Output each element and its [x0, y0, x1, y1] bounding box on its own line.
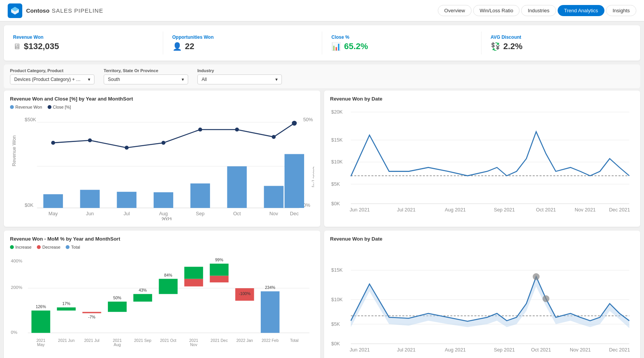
logo: [8, 3, 22, 18]
svg-text:May: May: [37, 343, 45, 347]
dot-oct: [235, 128, 239, 132]
svg-text:-100%: -100%: [239, 291, 250, 295]
kpi-avg-discount: AVG Discount 💱 2.2%: [482, 31, 641, 54]
bar-dec-green: [210, 264, 228, 276]
kpi-revenue-icon: 🖥: [13, 42, 21, 51]
svg-text:$10K: $10K: [331, 297, 343, 302]
filters-bar: Product Category, Product Devices (Produ…: [4, 64, 640, 88]
svg-text:Aug: Aug: [114, 343, 121, 347]
svg-text:2021: 2021: [113, 338, 122, 343]
bar-dec: [285, 154, 304, 208]
bar-may-mom: [31, 310, 50, 333]
bar-jul-mom: [83, 312, 101, 313]
filter-territory-select[interactable]: South ▾: [104, 74, 188, 84]
nav-insights[interactable]: Insights: [606, 5, 636, 16]
chart3-svg: 400% 200% 0% 126% 17% -7% 50% 43%: [10, 252, 314, 355]
filter-territory-chevron: ▾: [182, 77, 184, 82]
chart-revenue-date-1: Revenue Won by Date $20K $15K $10K $5K $…: [324, 91, 641, 227]
filter-product-select[interactable]: Devices (Product Category) + E-reader Pl…: [10, 74, 94, 84]
chart4-svg: $15K $10K $5K $0K Jun 2021 Jul 2021 Aug …: [330, 245, 634, 358]
nav-overview[interactable]: Overview: [438, 5, 472, 16]
svg-text:$15K: $15K: [331, 137, 343, 143]
app-title: SALES PIPELINE: [52, 7, 103, 14]
svg-text:2021: 2021: [36, 338, 45, 343]
svg-text:Total: Total: [290, 338, 298, 343]
svg-text:Revenue Won: Revenue Won: [11, 135, 17, 167]
nav-trend-analytics[interactable]: Trend Analytics: [558, 5, 604, 16]
bar-sep: [190, 183, 210, 208]
bar-aug: [154, 192, 173, 208]
bar-nov-decrease: [184, 279, 203, 287]
filter-industry-value: All: [202, 77, 207, 82]
xlabel-oct: Oct: [233, 211, 241, 216]
brand-name: Contoso: [26, 7, 50, 14]
kpi-close-pct: Close % 📊 65.2%: [322, 31, 482, 54]
top-nav: Overview Win/Loss Ratio Industries Trend…: [438, 5, 636, 16]
svg-text:2022 Feb: 2022 Feb: [262, 338, 278, 343]
chart3-legend: Increase Decrease Total: [10, 245, 314, 249]
svg-text:$5K: $5K: [331, 321, 340, 327]
filter-territory-label: Territory, State Or Province: [104, 68, 188, 73]
svg-text:Nov: Nov: [190, 343, 197, 347]
bar-sep-mom: [133, 294, 152, 302]
confidence-band: [351, 277, 629, 328]
svg-text:$5K: $5K: [331, 181, 340, 187]
revenue-line-2: [351, 277, 629, 321]
svg-text:$10K: $10K: [331, 159, 343, 165]
filter-industry: Industry All ▾: [197, 68, 282, 84]
kpi-discount-value: 2.2%: [503, 41, 523, 51]
kpi-opps-label: Opportunities Won: [172, 35, 313, 40]
svg-text:$0K: $0K: [331, 201, 340, 206]
svg-text:2021: 2021: [189, 338, 198, 343]
filter-product-chevron: ▾: [88, 77, 90, 82]
xlabel-nov: Nov: [269, 211, 278, 216]
svg-text:84%: 84%: [164, 273, 172, 277]
kpi-revenue-won: Revenue Won 🖥 $132,035: [4, 31, 163, 54]
nav-industries[interactable]: Industries: [521, 5, 556, 16]
kpi-close-label: Close %: [331, 35, 472, 40]
chart1-title: Revenue Won and Close [%] by Year and Mo…: [10, 96, 314, 102]
chart4-title: Revenue Won by Date: [330, 236, 634, 242]
xlabel-sep: Sep: [196, 211, 205, 216]
dot-may: [51, 141, 55, 145]
nav-winloss[interactable]: Win/Loss Ratio: [473, 5, 520, 16]
filter-industry-select[interactable]: All ▾: [197, 74, 282, 84]
bar-may: [43, 194, 63, 208]
filter-product: Product Category, Product Devices (Produ…: [10, 68, 94, 84]
svg-text:Jun 2021: Jun 2021: [349, 347, 369, 353]
kpi-close-value: 65.2%: [344, 41, 368, 51]
legend-increase-label: Increase: [15, 245, 31, 249]
svg-text:Nov 2021: Nov 2021: [570, 347, 591, 353]
legend-increase: Increase: [10, 245, 31, 249]
svg-text:Jul 2021: Jul 2021: [397, 347, 415, 353]
filter-industry-chevron: ▾: [275, 77, 278, 82]
legend-close-dot: [48, 105, 51, 109]
kpi-opps-icon: 👤: [172, 42, 182, 51]
chart1-svg: $50K $0K 50% 0% Revenue Won Close [%]: [10, 112, 314, 220]
legend-decrease: Decrease: [37, 245, 60, 249]
filter-product-label: Product Category, Product: [10, 68, 94, 73]
dot-aug: [161, 141, 165, 145]
anomaly-dot-2: [542, 295, 549, 302]
svg-text:234%: 234%: [265, 285, 275, 290]
svg-text:2022 Jan: 2022 Jan: [237, 338, 253, 343]
svg-text:Sep 2021: Sep 2021: [493, 207, 515, 213]
bar-aug-mom: [108, 302, 127, 312]
svg-text:50%: 50%: [303, 117, 313, 122]
legend-decrease-dot: [37, 245, 41, 249]
legend-revenue-label: Revenue Won: [15, 105, 42, 109]
svg-text:Dec 2021: Dec 2021: [609, 347, 630, 353]
bar-total-mom: [261, 291, 280, 333]
svg-text:Nov 2021: Nov 2021: [574, 207, 596, 213]
kpi-revenue-value: $132,035: [24, 41, 59, 51]
bar-dec-increase: [184, 267, 203, 279]
xlabel-dec: Dec: [290, 211, 299, 216]
anomaly-dot-1: [533, 273, 540, 280]
kpi-revenue-label: Revenue Won: [13, 35, 154, 40]
xlabel-jun: Jun: [86, 211, 94, 216]
svg-text:$20K: $20K: [331, 109, 343, 115]
svg-text:43%: 43%: [139, 288, 147, 292]
svg-text:Sep 2021: Sep 2021: [493, 347, 515, 353]
svg-text:2021 Jul: 2021 Jul: [84, 338, 99, 343]
bar-jun-mom: [57, 307, 76, 310]
